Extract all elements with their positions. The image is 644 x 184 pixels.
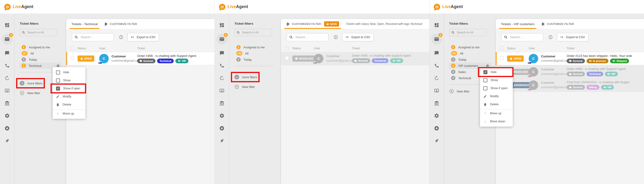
academy-bank-icon[interactable] — [434, 101, 439, 106]
ticket-search[interactable] — [72, 33, 114, 41]
sidebar-filter-item[interactable]: 1 Assigned to me — [20, 44, 62, 50]
ticket-row[interactable]: RESOLVED C Customer customer@gmail.com O… — [496, 65, 644, 78]
tab-tickets[interactable]: Tickets - VIP customers — [501, 19, 534, 29]
customize-filter-button[interactable]: CUSTOMIZE FILTER — [541, 19, 574, 29]
getting-started-rocket-icon[interactable] — [434, 138, 439, 144]
chats-bubble-icon[interactable] — [434, 50, 439, 56]
badges-star-icon[interactable] — [219, 126, 224, 131]
tag-pill[interactable]: VIP — [605, 72, 618, 76]
ticket-row[interactable]: OPEN C Customer customer@gmail.com Order… — [496, 52, 644, 65]
sidebar-filter-item[interactable]: 0 Today — [20, 56, 62, 63]
tag-pill[interactable]: In process — [586, 59, 608, 63]
chats-bubble-icon[interactable] — [219, 50, 224, 56]
tab-tickets[interactable]: Tickets - Technical — [72, 19, 98, 29]
tag-pill[interactable]: VIP — [601, 85, 614, 90]
tag-pill[interactable]: General — [567, 85, 585, 90]
dashboard-grid-icon[interactable] — [434, 22, 439, 28]
history-icon[interactable] — [4, 75, 10, 81]
tag-pill[interactable]: Technical — [157, 59, 174, 63]
history-icon[interactable] — [434, 75, 439, 81]
select-all-checkbox[interactable] — [70, 46, 74, 50]
ticket-row[interactable]: ANSWERED C Customer customer@gmail.com C… — [496, 78, 644, 92]
tickets-envelope-icon[interactable]: 1 — [216, 34, 227, 45]
tickets-envelope-icon[interactable]: 1 — [2, 34, 12, 45]
tag-pill[interactable]: General — [567, 72, 585, 76]
sidebar-filter-item[interactable]: 157 All — [20, 50, 62, 56]
sidebar-search[interactable] — [20, 29, 57, 36]
tag-pill[interactable]: Shipped — [610, 59, 629, 63]
dashboard-grid-icon[interactable] — [219, 22, 224, 28]
tag-pill[interactable]: General — [352, 58, 370, 63]
chats-bubble-icon[interactable] — [4, 50, 10, 56]
history-icon[interactable] — [219, 75, 224, 81]
menu-item[interactable]: Show if open — [53, 84, 86, 92]
ticket-search-input[interactable] — [80, 35, 111, 39]
save-button[interactable]: SAVE — [324, 21, 339, 26]
ticket-row[interactable]: RESOLVED C Customer customer@gmail.com O… — [281, 52, 429, 65]
row-checkbox[interactable] — [70, 56, 74, 60]
contacts-card-icon[interactable] — [434, 88, 439, 93]
tag-pill[interactable]: Technical — [586, 72, 603, 76]
calls-phone-icon[interactable] — [220, 63, 224, 68]
sidebar-filter-item[interactable]: 0 Today — [234, 56, 276, 63]
row-checkbox[interactable] — [285, 56, 289, 60]
dashboard-grid-icon[interactable] — [4, 22, 10, 28]
tickets-envelope-icon[interactable]: 1 — [431, 34, 442, 45]
sidebar-filter-item[interactable]: 156 All — [234, 50, 276, 56]
tag-pill[interactable]: Technical — [372, 58, 388, 63]
select-all-checkbox[interactable] — [285, 46, 289, 50]
liveagent-logo[interactable]: @ LiveAgent — [219, 4, 248, 10]
info-icon[interactable] — [334, 35, 338, 39]
select-all-checkbox[interactable] — [500, 46, 504, 50]
menu-item[interactable]: Modify — [53, 92, 86, 101]
menu-item[interactable]: Hide — [480, 68, 513, 76]
getting-started-rocket-icon[interactable] — [4, 138, 10, 144]
sidebar-search-input[interactable] — [242, 31, 270, 34]
sidebar-search-input[interactable] — [456, 31, 484, 34]
badges-star-icon[interactable] — [4, 126, 10, 131]
tag-pill[interactable]: General — [567, 59, 585, 63]
sidebar-filter-item[interactable]: 1 Assigned to me — [234, 44, 276, 50]
menu-item[interactable]: Modify — [480, 92, 513, 100]
sidebar-filter-item[interactable]: 0 Today — [449, 56, 491, 63]
more-filters-button[interactable]: more filters — [234, 74, 257, 80]
settings-gear-icon[interactable] — [434, 113, 439, 118]
sidebar-filter-item[interactable]: 156 All — [449, 50, 491, 56]
contacts-card-icon[interactable] — [219, 88, 224, 93]
liveagent-logo[interactable]: @ LiveAgent — [434, 4, 463, 10]
menu-item[interactable]: Delete — [480, 100, 513, 108]
ticket-row[interactable]: OPEN C Customer customer@gmail.com Order… — [66, 52, 214, 65]
tag-pill[interactable]: VIP — [175, 59, 188, 63]
contacts-card-icon[interactable] — [4, 88, 10, 93]
settings-gear-icon[interactable] — [219, 113, 224, 118]
academy-bank-icon[interactable] — [4, 101, 10, 106]
menu-item[interactable]: ↑ Move up — [53, 109, 86, 118]
export-to-csv-button[interactable]: Export to CSV — [557, 33, 588, 41]
gear-icon[interactable] — [56, 64, 60, 67]
customize-filter-button[interactable]: CUSTOMIZE FILTER — [104, 19, 137, 29]
sidebar-search[interactable] — [449, 29, 487, 36]
ticket-search-input[interactable] — [295, 35, 326, 39]
menu-item[interactable]: Show — [53, 76, 86, 84]
info-icon[interactable] — [119, 35, 123, 39]
ticket-search-input[interactable] — [510, 35, 540, 39]
menu-item[interactable]: Delete — [53, 101, 86, 109]
sidebar-search-input[interactable] — [27, 31, 55, 34]
export-to-csv-button[interactable]: Export to CSV — [128, 33, 159, 41]
ticket-search[interactable] — [502, 33, 543, 41]
sidebar-search[interactable] — [234, 29, 272, 36]
export-to-csv-button[interactable]: Export to CSV — [342, 33, 374, 41]
ticket-search[interactable] — [287, 33, 328, 41]
getting-started-rocket-icon[interactable] — [219, 138, 224, 144]
menu-item[interactable]: ↓ Move down — [480, 117, 513, 125]
menu-item[interactable]: Hide — [53, 68, 86, 76]
more-filters-button[interactable]: more filters — [20, 80, 42, 86]
settings-gear-icon[interactable] — [4, 113, 10, 118]
menu-item[interactable]: Show — [480, 76, 513, 84]
info-icon[interactable] — [548, 35, 553, 39]
liveagent-logo[interactable]: @ LiveAgent — [4, 4, 33, 10]
menu-item[interactable]: ↑ Move up — [480, 109, 513, 117]
badges-star-icon[interactable] — [434, 126, 439, 131]
row-checkbox[interactable] — [500, 56, 504, 60]
tag-pill[interactable]: General — [137, 59, 156, 63]
